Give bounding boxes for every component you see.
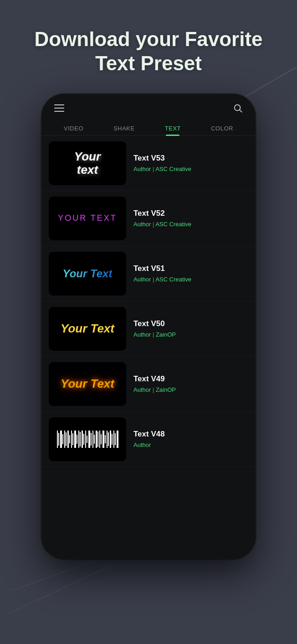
thumb-text-v50: Your Text xyxy=(61,322,114,336)
preset-info-v48: Text V48 Author xyxy=(133,430,248,448)
preset-name-v50: Text V50 xyxy=(133,319,248,328)
preset-list: Yourtext Text V53 Author | ASC Creative … xyxy=(41,136,256,556)
preset-thumbnail-v48 xyxy=(49,417,126,461)
preset-thumbnail-v49: Your Text xyxy=(49,362,126,406)
list-item[interactable]: Your Text Text V50 Author | ZainOP xyxy=(41,301,256,357)
list-item[interactable]: Yourtext Text V53 Author | ASC Creative xyxy=(41,136,256,191)
preset-author-v53: Author | ASC Creative xyxy=(133,166,248,172)
tab-video[interactable]: VIDEO xyxy=(58,121,89,135)
thumb-text-v49: Your Text xyxy=(61,377,114,391)
preset-author-v48: Author xyxy=(133,441,248,448)
search-icon[interactable] xyxy=(233,103,243,113)
preset-name-v52: Text V52 xyxy=(133,209,248,218)
preset-author-v52: Author | ASC Creative xyxy=(133,221,248,228)
thumb-text-v51: Your Text xyxy=(63,267,113,280)
preset-name-v49: Text V49 xyxy=(133,374,248,384)
list-item[interactable]: Your Text Text V51 Author | ASC Creative xyxy=(41,246,256,301)
list-item[interactable]: YOUR TEXT Text V52 Author | ASC Creative xyxy=(41,191,256,246)
preset-info-v51: Text V51 Author | ASC Creative xyxy=(133,264,248,283)
preset-author-v51: Author | ASC Creative xyxy=(133,276,248,283)
page-title: Download your Favorite Text Preset xyxy=(27,27,270,76)
tabs-bar: VIDEO SHAKE TEXT COLOR xyxy=(41,118,256,136)
preset-thumbnail-v53: Yourtext xyxy=(49,141,126,185)
tab-shake[interactable]: SHAKE xyxy=(108,121,140,135)
preset-info-v49: Text V49 Author | ZainOP xyxy=(133,374,248,393)
list-item[interactable]: Text V48 Author xyxy=(41,412,256,467)
tab-text[interactable]: TEXT xyxy=(159,121,186,135)
preset-thumbnail-v52: YOUR TEXT xyxy=(49,197,126,240)
preset-name-v53: Text V53 xyxy=(133,154,248,163)
phone-frame: VIDEO SHAKE TEXT COLOR Yourtext Text V53… xyxy=(41,94,256,559)
preset-author-v50: Author | ZainOP xyxy=(133,331,248,338)
preset-thumbnail-v50: Your Text xyxy=(49,307,126,351)
preset-name-v48: Text V48 xyxy=(133,430,248,439)
tab-color[interactable]: COLOR xyxy=(205,121,239,135)
list-item[interactable]: Your Text Text V49 Author | ZainOP xyxy=(41,357,256,412)
preset-info-v53: Text V53 Author | ASC Creative xyxy=(133,154,248,172)
thumb-barcode-v48 xyxy=(57,430,118,448)
svg-point-0 xyxy=(235,104,241,110)
thumb-text-v52: YOUR TEXT xyxy=(58,213,117,223)
hamburger-menu-icon[interactable] xyxy=(54,104,64,112)
preset-info-v50: Text V50 Author | ZainOP xyxy=(133,319,248,338)
topbar xyxy=(41,94,256,118)
preset-info-v52: Text V52 Author | ASC Creative xyxy=(133,209,248,228)
barcode-graphic xyxy=(57,430,118,448)
preset-thumbnail-v51: Your Text xyxy=(49,252,126,296)
thumb-text-v53: Yourtext xyxy=(74,150,101,176)
svg-line-1 xyxy=(240,110,242,112)
preset-author-v49: Author | ZainOP xyxy=(133,386,248,393)
preset-name-v51: Text V51 xyxy=(133,264,248,273)
